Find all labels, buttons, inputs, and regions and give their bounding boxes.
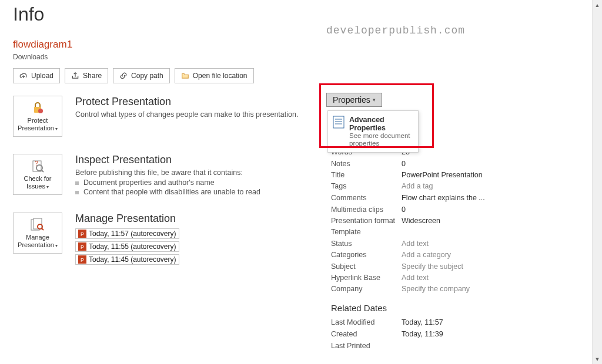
upload-button[interactable]: Upload <box>13 68 60 83</box>
svg-rect-14 <box>333 116 344 128</box>
prop-last-printed: Last Printed <box>331 342 402 350</box>
copy-path-label: Copy path <box>131 72 163 80</box>
action-bar: Upload Share Copy path Open file locatio… <box>13 68 254 83</box>
properties-label: Properties <box>333 95 370 105</box>
prop-created: CreatedToday, 11:39 <box>331 330 443 338</box>
check-for-issues-tile[interactable]: ? Check for Issues <box>13 154 62 195</box>
inspect-icon: ? <box>31 159 45 174</box>
prop-last-modified: Last ModifiedToday, 11:57 <box>331 318 443 326</box>
link-icon <box>119 72 128 80</box>
inspect-bullets: Document properties and author's name Co… <box>75 178 260 196</box>
powerpoint-file-icon: P <box>78 255 86 264</box>
open-file-location-label: Open file location <box>193 72 248 80</box>
advanced-properties-popup[interactable]: Advanced Properties See more document pr… <box>327 110 419 153</box>
svg-text:P: P <box>81 231 84 237</box>
watermark-text: developerpublish.com <box>326 25 465 36</box>
svg-text:P: P <box>81 244 84 250</box>
prop-tags[interactable]: TagsAdd a tag <box>331 182 433 190</box>
related-dates-heading: Related Dates <box>331 303 387 313</box>
share-icon <box>71 72 79 80</box>
properties-sheet-icon <box>333 116 345 147</box>
scroll-down-arrow-icon[interactable]: ▼ <box>593 354 602 364</box>
autorecovery-item[interactable]: P Today, 11:45 (autorecovery) <box>75 254 179 265</box>
prop-categories[interactable]: CategoriesAdd a category <box>331 251 451 259</box>
manage-label: Manage Presentation <box>15 234 60 248</box>
lock-icon <box>31 100 45 116</box>
svg-text:P: P <box>81 257 84 263</box>
cloud-upload-icon <box>19 72 28 80</box>
check-issues-label: Check for Issues <box>21 175 53 190</box>
chevron-down-icon: ▾ <box>373 97 376 103</box>
copy-path-button[interactable]: Copy path <box>113 68 170 83</box>
svg-point-1 <box>38 109 43 113</box>
properties-dropdown[interactable]: Properties ▾ <box>326 93 382 107</box>
svg-text:?: ? <box>35 160 38 167</box>
inspect-heading: Inspect Presentation <box>75 154 260 166</box>
upload-label: Upload <box>31 72 53 80</box>
powerpoint-file-icon: P <box>78 242 86 251</box>
inspect-section: Inspect Presentation Before publishing t… <box>75 154 260 196</box>
page-title: Info <box>13 4 44 25</box>
prop-hyperlink-base[interactable]: Hyperlink BaseAdd text <box>331 274 429 282</box>
file-location: Downloads <box>13 53 48 61</box>
autorecovery-list: P Today, 11:57 (autorecovery) P Today, 1… <box>75 228 179 265</box>
powerpoint-file-icon: P <box>78 230 86 238</box>
properties-panel: Properties ▾ Advanced Properties See mor… <box>326 93 561 107</box>
prop-company[interactable]: CompanySpecify the company <box>331 285 470 293</box>
manage-presentation-tile[interactable]: Manage Presentation <box>13 213 62 254</box>
scroll-up-arrow-icon[interactable]: ▲ <box>593 0 602 10</box>
scroll-track[interactable] <box>593 10 602 354</box>
protect-tile-label: Protect Presentation <box>15 117 60 132</box>
autorecovery-item[interactable]: P Today, 11:57 (autorecovery) <box>75 228 179 239</box>
prop-comments[interactable]: CommentsFlow chart explains the ... <box>331 194 485 202</box>
manage-icon <box>30 217 45 232</box>
prop-title[interactable]: TitlePowerPoint Presentation <box>331 171 483 179</box>
manage-section: Manage Presentation P Today, 11:57 (auto… <box>75 213 179 265</box>
prop-notes: Notes0 <box>331 160 406 168</box>
prop-subject[interactable]: SubjectSpecify the subject <box>331 262 463 271</box>
protect-presentation-tile[interactable]: Protect Presentation <box>13 96 62 137</box>
inspect-description: Before publishing this file, be aware th… <box>75 168 260 177</box>
protect-description: Control what types of changes people can… <box>75 110 298 119</box>
open-file-location-button[interactable]: Open file location <box>175 68 254 83</box>
prop-format: Presentation formatWidescreen <box>331 217 440 225</box>
protect-section: Protect Presentation Control what types … <box>75 96 298 120</box>
prop-status[interactable]: StatusAdd text <box>331 240 429 248</box>
share-label: Share <box>83 72 102 80</box>
prop-template: Template <box>331 228 402 236</box>
prop-multimedia: Multimedia clips0 <box>331 205 406 214</box>
file-name: flowdiagram1 <box>13 39 72 50</box>
advanced-properties-title: Advanced Properties <box>349 116 413 132</box>
share-button[interactable]: Share <box>65 68 108 83</box>
advanced-properties-sub: See more document properties <box>349 132 413 147</box>
manage-heading: Manage Presentation <box>75 213 179 225</box>
protect-heading: Protect Presentation <box>75 96 298 108</box>
vertical-scrollbar[interactable]: ▲ ▼ <box>592 0 602 364</box>
folder-icon <box>181 72 189 80</box>
autorecovery-item[interactable]: P Today, 11:55 (autorecovery) <box>75 241 179 252</box>
